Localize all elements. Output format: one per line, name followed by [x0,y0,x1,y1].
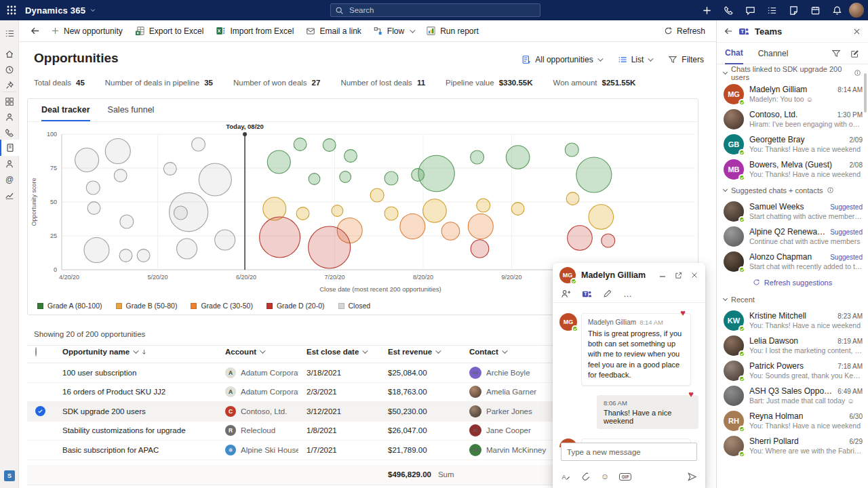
phone-icon[interactable] [724,5,734,16]
column-header[interactable]: Account [217,348,298,356]
user-avatar[interactable] [849,3,864,18]
sidebar-item-contacts[interactable] [0,125,19,140]
pop-out-icon[interactable] [674,271,683,280]
section-header[interactable]: Suggested chats + contacts [717,182,868,199]
avatar [469,386,481,398]
row-checkbox[interactable] [27,406,54,416]
app-title[interactable]: Dynamics 365 [25,5,85,16]
format-text-icon[interactable] [561,472,571,482]
waffle-menu-icon[interactable] [6,5,17,16]
account-cell[interactable]: AAdatum Corporation [217,386,298,397]
panel-scrollbar-thumb[interactable] [864,73,867,113]
sidebar-item-home[interactable] [0,46,19,62]
bubble-datapoint [506,146,530,169]
chat-list-item[interactable]: RHReyna Holman6/30You: Thanks! Have a ni… [717,408,868,433]
email-a-link-button[interactable]: Email a link [306,26,361,36]
panel-back-icon[interactable] [724,26,733,36]
account-cell[interactable]: AAdatum Corporation [217,367,298,378]
tab-sales-funnel[interactable]: Sales funnel [108,105,155,121]
kpi-stat: Pipeline value$330.55K [446,79,532,87]
column-header[interactable]: Est revenue [380,348,461,356]
attach-paperclip-icon[interactable] [581,472,591,481]
kpi-value: $330.55K [499,79,533,87]
chat-list-item[interactable]: Samuel WeeksSuggestedStart chatting with… [717,199,868,224]
chat-list-item[interactable]: ASH Q3 Sales Opportunity6:49 AMBart: Jus… [717,383,868,408]
chat-list-item[interactable]: GBGeorgette Bray2/09You: Thanks! Have a … [717,131,868,157]
gif-picker-icon[interactable]: GIF [619,473,631,481]
export-to-excel-button[interactable]: Export to Excel [135,26,204,36]
sidebar-item-insights[interactable] [0,187,19,203]
hamburger-menu-icon[interactable] [0,26,19,41]
sticky-note-icon[interactable] [789,5,799,16]
refresh-suggestions-link[interactable]: Refresh suggestions [717,274,868,291]
chat-list-item[interactable]: Sherri Pollard6/29You: Where are we with… [717,433,868,458]
chat-list-item[interactable]: Alpine Q2 Renewal OpportunitySuggestedCo… [717,224,868,249]
account-cell[interactable]: CContoso, Ltd. [217,406,298,417]
select-all-checkbox[interactable] [27,348,54,356]
view-selector[interactable]: All opportunities [521,55,601,64]
column-header[interactable]: Opportunity name [54,348,217,356]
opportunity-name-cell[interactable]: 100 user subscription [54,369,217,377]
tasks-icon[interactable] [767,5,777,16]
heart-reaction-icon[interactable]: ♥ [688,390,694,399]
more-options-icon[interactable]: … [623,289,633,299]
column-header[interactable]: Est close date [298,348,380,356]
chat-list-item[interactable]: Contoso, Ltd.1:30 PMHiram: I've been eng… [717,106,868,131]
sidebar-item-accounts[interactable] [0,109,19,125]
layout-selector[interactable]: List [618,55,652,64]
kpi-label: Total deals [34,79,71,87]
quick-create-plus-icon[interactable] [702,5,712,16]
import-from-excel-button[interactable]: Import from Excel [216,26,294,36]
opportunity-name-cell[interactable]: Stability customizations for upgrade [54,426,217,434]
back-arrow-icon[interactable] [30,26,40,36]
opportunity-name-cell[interactable]: 16 orders of Product SKU JJ2 [54,388,217,396]
emoji-picker-icon[interactable]: ☺ [601,472,609,481]
tab-chat[interactable]: Chat [725,43,743,64]
presence-badge [738,350,745,357]
flow-button[interactable]: Flow [374,26,414,36]
chat-list-item[interactable]: MGMadelyn Gilliam8:14 AMMadelyn: You too… [717,81,868,106]
add-people-icon[interactable] [561,289,571,299]
account-cell[interactable]: RRelecloud [217,425,298,436]
tab-channel[interactable]: Channel [758,43,789,64]
sidebar-item-pinned[interactable] [0,77,19,93]
message-input[interactable] [561,443,697,461]
filter-icon[interactable] [831,49,841,58]
chat-list-item[interactable]: Lelia Dawson8:19 AMYou: I lost the marke… [717,333,868,358]
section-header[interactable]: Recent [717,291,868,308]
open-in-teams-icon[interactable] [582,289,592,299]
search-input[interactable] [348,5,536,15]
tab-deal-tracker[interactable]: Deal tracker [41,105,90,121]
sales-app-badge[interactable]: S [4,470,15,481]
run-report-button[interactable]: Run report [426,26,479,36]
sidebar-item-marketing[interactable]: @ [0,171,19,187]
sidebar-item-recent[interactable] [0,62,19,77]
heart-reaction-icon[interactable]: ♥ [680,308,686,317]
popup-close-icon[interactable] [690,271,698,279]
sidebar-item-competitors[interactable] [0,156,19,171]
opportunity-name-cell[interactable]: Basic subscription for APAC [54,446,217,454]
chat-list-item[interactable]: Patrick Powers7:18 AMYou: Sounds great, … [717,358,868,383]
opportunity-name-cell[interactable]: SDK upgrade 200 users [54,407,217,415]
global-search[interactable] [330,3,540,17]
notifications-bell-icon[interactable] [832,5,842,16]
panel-close-icon[interactable] [852,27,861,36]
calendar-icon[interactable] [810,5,821,16]
section-header[interactable]: Chats linked to SDK upgrade 200 users [717,64,868,81]
edit-pencil-icon[interactable] [603,289,612,298]
filters-button[interactable]: Filters [668,55,704,64]
teams-chat-icon[interactable] [745,5,755,16]
chat-list-item[interactable]: KWKristine Mitchell8:23 AMYou: Thanks! H… [717,308,868,333]
sidebar-item-dashboards[interactable] [0,94,19,109]
refresh-button[interactable]: Refresh [664,26,705,36]
new-chat-compose-icon[interactable] [850,49,860,58]
chat-list-item[interactable]: Alonzo ChapmanSuggestedStart chat with r… [717,249,868,274]
account-cell[interactable]: ❄Alpine Ski House [217,445,298,455]
chat-list-item[interactable]: MBBowers, Melva (Guest)2/08You: Thanks! … [717,157,868,182]
minimize-icon[interactable] [658,271,667,279]
app-chevron-down-icon[interactable] [90,7,96,14]
send-message-icon[interactable] [687,472,697,482]
sidebar-item-opportunities-selected[interactable] [0,140,19,156]
new-opportunity-button[interactable]: New opportunity [51,26,123,36]
chat-time: 2/08 [850,161,863,169]
